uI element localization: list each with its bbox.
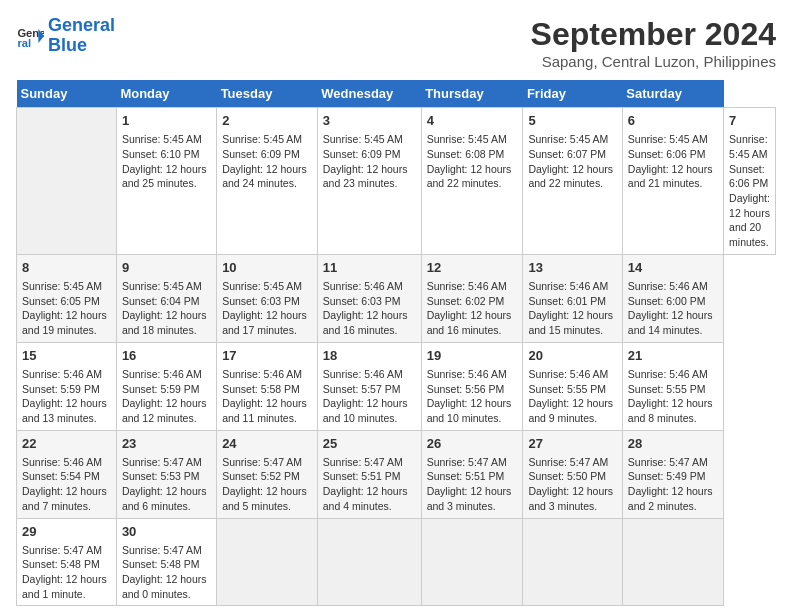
sunset-text: Sunset: 5:52 PM	[222, 470, 300, 482]
sunset-text: Sunset: 5:55 PM	[628, 383, 706, 395]
sunrise-text: Sunrise: 5:45 AM	[22, 280, 102, 292]
week-row-3: 15 Sunrise: 5:46 AM Sunset: 5:59 PM Dayl…	[17, 342, 776, 430]
daylight-label: Daylight: 12 hours and 10 minutes.	[427, 397, 512, 424]
day-number: 29	[22, 523, 111, 541]
sunset-text: Sunset: 5:51 PM	[323, 470, 401, 482]
sunset-text: Sunset: 6:09 PM	[323, 148, 401, 160]
day-number: 28	[628, 435, 718, 453]
calendar-body: 1 Sunrise: 5:45 AM Sunset: 6:10 PM Dayli…	[17, 108, 776, 606]
calendar-cell	[17, 108, 117, 255]
day-number: 30	[122, 523, 211, 541]
daylight-label: Daylight: 12 hours and 14 minutes.	[628, 309, 713, 336]
sunset-text: Sunset: 6:05 PM	[22, 295, 100, 307]
sunset-text: Sunset: 6:06 PM	[628, 148, 706, 160]
sunrise-text: Sunrise: 5:46 AM	[528, 280, 608, 292]
sunrise-text: Sunrise: 5:46 AM	[528, 368, 608, 380]
calendar-cell: 14 Sunrise: 5:46 AM Sunset: 6:00 PM Dayl…	[622, 254, 723, 342]
calendar-cell: 28 Sunrise: 5:47 AM Sunset: 5:49 PM Dayl…	[622, 430, 723, 518]
sunset-text: Sunset: 6:07 PM	[528, 148, 606, 160]
logo-text-line2: Blue	[48, 36, 115, 56]
sunrise-text: Sunrise: 5:46 AM	[427, 368, 507, 380]
daylight-label: Daylight: 12 hours and 16 minutes.	[323, 309, 408, 336]
daylight-label: Daylight: 12 hours and 6 minutes.	[122, 485, 207, 512]
sunset-text: Sunset: 5:55 PM	[528, 383, 606, 395]
calendar-cell: 3 Sunrise: 5:45 AM Sunset: 6:09 PM Dayli…	[317, 108, 421, 255]
page-header: Gene ral General Blue September 2024 Sap…	[16, 16, 776, 70]
calendar-cell: 25 Sunrise: 5:47 AM Sunset: 5:51 PM Dayl…	[317, 430, 421, 518]
calendar-cell	[421, 518, 523, 606]
sunrise-text: Sunrise: 5:47 AM	[323, 456, 403, 468]
sunrise-text: Sunrise: 5:46 AM	[22, 368, 102, 380]
calendar-cell	[523, 518, 622, 606]
daylight-label: Daylight: 12 hours and 21 minutes.	[628, 163, 713, 190]
sunrise-text: Sunrise: 5:47 AM	[628, 456, 708, 468]
sunrise-text: Sunrise: 5:46 AM	[323, 368, 403, 380]
day-number: 9	[122, 259, 211, 277]
calendar-cell: 13 Sunrise: 5:46 AM Sunset: 6:01 PM Dayl…	[523, 254, 622, 342]
day-number: 20	[528, 347, 616, 365]
calendar-cell: 16 Sunrise: 5:46 AM Sunset: 5:59 PM Dayl…	[116, 342, 216, 430]
day-header-sunday: Sunday	[17, 80, 117, 108]
calendar-cell: 23 Sunrise: 5:47 AM Sunset: 5:53 PM Dayl…	[116, 430, 216, 518]
calendar-cell: 5 Sunrise: 5:45 AM Sunset: 6:07 PM Dayli…	[523, 108, 622, 255]
day-number: 4	[427, 112, 518, 130]
daylight-label: Daylight: 12 hours and 20 minutes.	[729, 192, 770, 248]
day-number: 24	[222, 435, 312, 453]
calendar-cell: 30 Sunrise: 5:47 AM Sunset: 5:48 PM Dayl…	[116, 518, 216, 606]
daylight-label: Daylight: 12 hours and 19 minutes.	[22, 309, 107, 336]
sunrise-text: Sunrise: 5:46 AM	[628, 280, 708, 292]
day-number: 22	[22, 435, 111, 453]
daylight-label: Daylight: 12 hours and 4 minutes.	[323, 485, 408, 512]
sunset-text: Sunset: 6:03 PM	[323, 295, 401, 307]
day-number: 7	[729, 112, 770, 130]
day-header-tuesday: Tuesday	[217, 80, 318, 108]
calendar-cell: 6 Sunrise: 5:45 AM Sunset: 6:06 PM Dayli…	[622, 108, 723, 255]
daylight-label: Daylight: 12 hours and 15 minutes.	[528, 309, 613, 336]
sunset-text: Sunset: 6:03 PM	[222, 295, 300, 307]
sunset-text: Sunset: 5:56 PM	[427, 383, 505, 395]
calendar-cell: 8 Sunrise: 5:45 AM Sunset: 6:05 PM Dayli…	[17, 254, 117, 342]
calendar-cell: 22 Sunrise: 5:46 AM Sunset: 5:54 PM Dayl…	[17, 430, 117, 518]
calendar-cell: 4 Sunrise: 5:45 AM Sunset: 6:08 PM Dayli…	[421, 108, 523, 255]
sunset-text: Sunset: 5:48 PM	[22, 558, 100, 570]
calendar-cell: 11 Sunrise: 5:46 AM Sunset: 6:03 PM Dayl…	[317, 254, 421, 342]
sunrise-text: Sunrise: 5:47 AM	[222, 456, 302, 468]
sunset-text: Sunset: 5:59 PM	[22, 383, 100, 395]
calendar-cell: 2 Sunrise: 5:45 AM Sunset: 6:09 PM Dayli…	[217, 108, 318, 255]
daylight-label: Daylight: 12 hours and 22 minutes.	[427, 163, 512, 190]
sunrise-text: Sunrise: 5:47 AM	[122, 456, 202, 468]
calendar-cell: 19 Sunrise: 5:46 AM Sunset: 5:56 PM Dayl…	[421, 342, 523, 430]
day-number: 27	[528, 435, 616, 453]
sunset-text: Sunset: 5:54 PM	[22, 470, 100, 482]
daylight-label: Daylight: 12 hours and 5 minutes.	[222, 485, 307, 512]
daylight-label: Daylight: 12 hours and 13 minutes.	[22, 397, 107, 424]
daylight-label: Daylight: 12 hours and 1 minute.	[22, 573, 107, 600]
daylight-label: Daylight: 12 hours and 23 minutes.	[323, 163, 408, 190]
week-row-2: 8 Sunrise: 5:45 AM Sunset: 6:05 PM Dayli…	[17, 254, 776, 342]
daylight-label: Daylight: 12 hours and 3 minutes.	[528, 485, 613, 512]
day-number: 21	[628, 347, 718, 365]
sunrise-text: Sunrise: 5:45 AM	[427, 133, 507, 145]
calendar-cell	[217, 518, 318, 606]
day-number: 13	[528, 259, 616, 277]
svg-text:ral: ral	[17, 37, 31, 49]
week-row-1: 1 Sunrise: 5:45 AM Sunset: 6:10 PM Dayli…	[17, 108, 776, 255]
logo-text-line1: General	[48, 16, 115, 36]
day-number: 25	[323, 435, 416, 453]
calendar-header-row: SundayMondayTuesdayWednesdayThursdayFrid…	[17, 80, 776, 108]
daylight-label: Daylight: 12 hours and 7 minutes.	[22, 485, 107, 512]
location-title: Sapang, Central Luzon, Philippines	[531, 53, 776, 70]
day-number: 5	[528, 112, 616, 130]
daylight-label: Daylight: 12 hours and 17 minutes.	[222, 309, 307, 336]
sunrise-text: Sunrise: 5:47 AM	[528, 456, 608, 468]
sunset-text: Sunset: 5:48 PM	[122, 558, 200, 570]
daylight-label: Daylight: 12 hours and 2 minutes.	[628, 485, 713, 512]
sunrise-text: Sunrise: 5:46 AM	[122, 368, 202, 380]
sunrise-text: Sunrise: 5:45 AM	[729, 133, 768, 160]
sunrise-text: Sunrise: 5:45 AM	[122, 280, 202, 292]
day-number: 14	[628, 259, 718, 277]
calendar-cell: 9 Sunrise: 5:45 AM Sunset: 6:04 PM Dayli…	[116, 254, 216, 342]
sunrise-text: Sunrise: 5:46 AM	[628, 368, 708, 380]
sunset-text: Sunset: 5:50 PM	[528, 470, 606, 482]
day-number: 3	[323, 112, 416, 130]
